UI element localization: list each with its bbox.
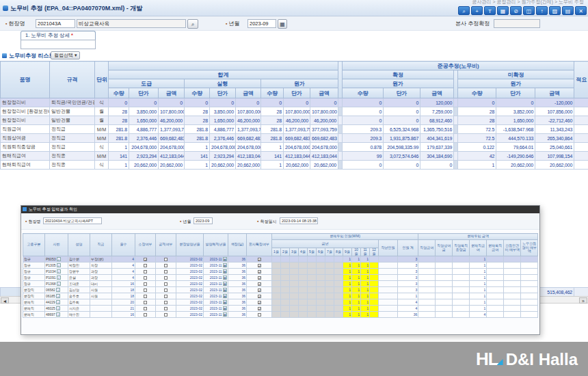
checkbox-icon[interactable] — [144, 264, 147, 267]
checkbox-icon[interactable] — [164, 301, 168, 304]
popup-row[interactable]: 현채직48697 ⌕배수진162023-022023-11 ▦36111364 — [23, 312, 538, 318]
popup-col-header[interactable]: 현장발령년월 — [176, 234, 204, 256]
col-header-cost[interactable]: 원가 — [343, 79, 454, 88]
calendar-icon[interactable]: ▦ — [223, 294, 227, 298]
site-name-input[interactable]: 비상교육사옥 — [77, 19, 186, 28]
popup-confirm-input[interactable]: 2023-09-14 08:15:38 — [280, 217, 318, 224]
checkbox-icon[interactable] — [164, 258, 168, 261]
scroll-left-icon[interactable]: ◄ — [1, 297, 9, 304]
checkbox-icon[interactable] — [164, 264, 168, 267]
col-header-contract[interactable]: 도급 — [109, 79, 185, 88]
col-header-qty[interactable]: 수량 — [343, 88, 384, 98]
close-icon[interactable]: ✕ — [575, 6, 587, 15]
calendar-icon[interactable]: ▦ — [223, 263, 227, 267]
checkbox-icon[interactable] — [144, 307, 147, 310]
checkbox-icon[interactable] — [258, 313, 261, 317]
popup-month-header[interactable]: 12월 — [370, 248, 379, 256]
checkbox-icon[interactable] — [144, 270, 147, 273]
popup-month-header[interactable]: 5월 — [308, 248, 317, 256]
checkbox-icon[interactable]: ✓ — [258, 288, 261, 292]
search-icon[interactable]: ⌕ — [56, 288, 60, 292]
table-row[interactable]: 현채직급여전직종M/M1412,923,294412,183,0441412,9… — [1, 152, 588, 161]
month-input[interactable]: 2023-09 — [248, 19, 276, 28]
col-header-price[interactable]: 단가 — [384, 88, 420, 98]
site-search-button[interactable]: ⌕ — [187, 19, 198, 29]
checkbox-icon[interactable]: ✓ — [258, 301, 261, 304]
col-header-amount[interactable]: 금액 — [236, 88, 261, 98]
col-header-completion[interactable]: 준공추정(노무비) — [343, 62, 574, 70]
popup-amount-header[interactable]: 현채직급여 — [470, 240, 487, 256]
col-header-amount[interactable]: 금액 — [310, 88, 338, 98]
search-icon[interactable]: ⌕ — [458, 6, 470, 15]
col-header-unit[interactable]: 단위 — [95, 62, 109, 98]
table-row[interactable]: 현장정리비퇴직금/국민연금/건강식00000000000120,00000-12… — [1, 98, 588, 107]
popup-col-header[interactable]: 소장여부 — [135, 234, 156, 256]
col-header-amount[interactable]: 금액 — [420, 88, 454, 98]
search-icon[interactable]: ⌕ — [57, 282, 61, 286]
table-row[interactable]: 직원퇴직충당금전직급식1204,678,000204,678,0001204,6… — [1, 143, 588, 152]
popup-row[interactable]: 정규P1034 ⌕강현우과장42023-022023-11 ▦36✓11131 — [23, 269, 538, 275]
popup-month-header[interactable]: 9월 — [343, 248, 352, 256]
col-header-confirmed[interactable]: 확정 — [343, 70, 454, 79]
col-header-price[interactable]: 단가 — [284, 88, 310, 98]
checkbox-icon[interactable]: ✓ — [258, 264, 261, 267]
calendar-icon[interactable]: ▦ — [223, 306, 227, 310]
popup-amount-header[interactable]: 직영상여금 — [436, 240, 453, 256]
image-icon[interactable]: ▨ — [549, 6, 561, 15]
search-icon[interactable]: ⌕ — [57, 263, 61, 267]
col-header-qty[interactable]: 수량 — [185, 88, 210, 98]
add-icon[interactable]: + — [471, 6, 483, 15]
checkbox-icon[interactable] — [164, 307, 168, 310]
popup-site-input[interactable]: 2021043A 비상교육사옥APT — [43, 217, 102, 224]
delete-icon[interactable]: ▦ — [497, 6, 509, 15]
popup-month-header[interactable]: 2월 — [281, 248, 290, 256]
checkbox-icon[interactable] — [144, 276, 147, 280]
checkbox-icon[interactable] — [144, 313, 147, 317]
checkbox-icon[interactable] — [144, 288, 147, 292]
checkbox-icon[interactable] — [164, 288, 168, 292]
checkbox-icon[interactable] — [164, 276, 168, 280]
checkbox-icon[interactable] — [144, 282, 147, 286]
checkbox-icon[interactable] — [144, 295, 147, 298]
table-row[interactable]: 직원상여금전직급M/M281.82,376,446669,682,483281.… — [1, 134, 588, 143]
scroll-right-icon[interactable]: » — [579, 297, 587, 304]
checkbox-icon[interactable]: ✓ — [258, 307, 261, 310]
checkbox-icon[interactable] — [164, 295, 168, 298]
popup-row[interactable]: 정규P1091 ⌕윤설과장42023-022023-11 ▦36✓11131 — [23, 275, 538, 281]
popup-col-header[interactable]: 직급 — [90, 234, 112, 256]
popup-row[interactable]: 현장직06185 ⌕송주호사원182023-022023-11 ▦36✓1111… — [23, 293, 538, 299]
search-icon[interactable]: ⌕ — [56, 306, 60, 310]
popup-last-year[interactable]: 작년인원 — [379, 240, 398, 256]
save-icon[interactable]: ◫ — [523, 6, 535, 15]
popup-col-header[interactable]: 전사확정여부 — [247, 234, 272, 256]
popup-month-header[interactable]: 1월 — [272, 248, 281, 256]
search-icon[interactable]: ⌕ — [57, 257, 61, 261]
checkbox-icon[interactable]: ✓ — [258, 295, 261, 298]
col-header-cost[interactable]: 원가 — [458, 79, 574, 88]
popup-col-header[interactable]: 책정(일) — [228, 234, 247, 256]
calendar-icon[interactable]: ▦ — [223, 288, 227, 292]
popup-col-header[interactable]: 발령해제년월 — [204, 234, 228, 256]
popup-mm-total[interactable]: 인원 계 — [398, 240, 418, 256]
popup-month-input[interactable]: 2023-09 — [193, 217, 213, 224]
calendar-icon[interactable]: ▦ — [223, 282, 227, 286]
table-row[interactable]: 현장정리비일반건물월281,650,00046,200,000281,650,0… — [1, 116, 588, 125]
search-icon[interactable]: ⌕ — [56, 294, 60, 298]
popup-row[interactable]: 현채직46025 ⌕서지윤212023-022023-11 ▦36✓11141 — [23, 306, 538, 312]
col-header-price[interactable]: 단가 — [129, 88, 159, 98]
search-icon[interactable]: ⌕ — [56, 312, 60, 317]
popup-amount-header[interactable]: 직영퇴직충당금 — [453, 240, 470, 256]
checkbox-icon[interactable]: ✓ — [258, 258, 261, 261]
popup-amount-header[interactable]: 노무간접경비 배부액 — [521, 240, 538, 256]
upload-icon[interactable]: ↑ — [536, 6, 548, 15]
popup-col-header[interactable]: 월수 — [112, 234, 135, 256]
col-header-price[interactable]: 단가 — [496, 88, 535, 98]
table-row[interactable]: 현채퇴직급여전직종식120,662,00020,662,000120,662,0… — [1, 161, 588, 170]
search-icon[interactable]: ⌕ — [56, 300, 60, 304]
calendar-icon[interactable]: ▦ — [223, 300, 227, 304]
popup-col-header[interactable]: 고용구분 — [23, 234, 45, 256]
popup-row[interactable]: 정규P6053 ⌕김수현부장(현)4✓2023-022023-11 ▦36✓11… — [23, 256, 538, 263]
popup-month-header[interactable]: 10월 — [352, 248, 361, 256]
calendar-icon[interactable]: ▦ — [223, 257, 227, 261]
site-code-input[interactable]: 2021043A — [36, 19, 75, 28]
